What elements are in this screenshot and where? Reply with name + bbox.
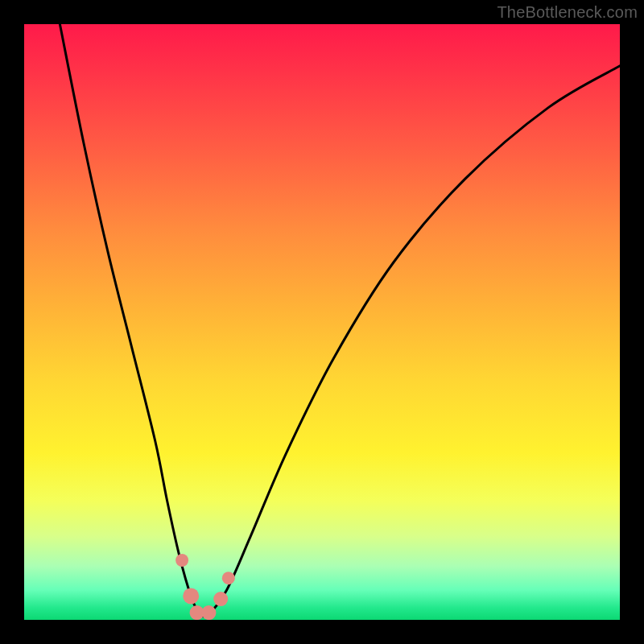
highlight-marker — [201, 605, 216, 620]
highlight-marker — [183, 588, 199, 604]
highlight-marker — [222, 572, 235, 584]
highlight-marker — [213, 592, 228, 606]
bottleneck-curve-path — [60, 24, 620, 617]
bottleneck-curve-svg — [24, 24, 620, 620]
watermark-text: TheBottleneck.com — [497, 3, 638, 22]
highlight-markers — [175, 554, 235, 620]
highlight-marker — [175, 554, 188, 567]
chart-plot-area — [24, 24, 620, 620]
